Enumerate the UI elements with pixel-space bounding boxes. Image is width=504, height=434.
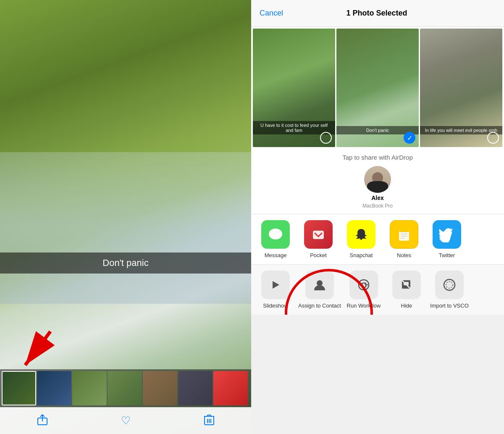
assign-contact-action-item[interactable]: Assign to Contact [298,271,341,309]
snapchat-app-icon [347,220,375,249]
notes-app-icon [390,220,418,249]
message-app-label: Message [265,252,287,258]
message-app-icon [261,220,290,249]
run-workflow-label: Run Workflow [347,302,381,309]
notes-app-label: Notes [397,252,411,258]
actions-section: Slideshow Assign to Contact Run Workflo [251,265,504,315]
dont-panic-banner: Don't panic [0,253,251,274]
apps-section: Message Pocket Snapchat [251,214,504,265]
thumbnail-2[interactable] [72,371,107,405]
hide-label: Hide [401,302,412,309]
message-app-item[interactable]: Message [255,220,296,258]
favorite-button[interactable]: ♡ [121,414,131,427]
twitter-app-icon [433,220,461,249]
import-vsco-action-item[interactable]: Import to VSCO [429,271,470,309]
snapchat-app-label: Snapchat [350,252,373,258]
twitter-app-item[interactable]: Twitter [427,220,467,258]
slideshow-icon [261,271,290,299]
slideshow-label: Slideshow [263,302,288,309]
import-vsco-icon [435,271,464,299]
slideshow-action-item[interactable]: Slideshow [255,271,296,309]
selection-circle-3[interactable] [487,132,499,144]
thumbnail-4[interactable] [143,371,177,405]
hide-icon [392,271,421,299]
picker-photo-2[interactable]: Don't panic ✓ [336,29,419,147]
picker-photo-3[interactable]: In life you will meet evil people smh [420,29,502,147]
svg-rect-20 [399,229,409,232]
thumbnail-3[interactable] [108,371,142,405]
cancel-button[interactable]: Cancel [260,9,283,18]
avatar-body [367,181,388,193]
svg-point-22 [317,280,323,286]
right-panel: Cancel 1 Photo Selected U have to it cos… [251,0,504,434]
svg-line-1 [25,331,50,365]
pocket-app-item[interactable]: Pocket [298,220,339,258]
assign-contact-label: Assign to Contact [298,302,341,309]
airdrop-person[interactable]: Alex MacBook Pro [260,166,496,209]
notes-app-item[interactable]: Notes [384,220,424,258]
picker-photo-1[interactable]: U have to it cost to feed your self and … [253,29,335,147]
airdrop-person-name: Alex [371,195,384,201]
dont-panic-text: Don't panic [102,258,148,268]
avatar [364,166,391,193]
svg-rect-14 [313,231,324,239]
airdrop-label: Tap to share with AirDrop [260,154,496,161]
svg-point-26 [444,279,455,290]
delete-button[interactable] [204,414,215,428]
thumbnail-6[interactable] [213,371,248,405]
svg-point-12 [269,229,282,239]
twitter-app-label: Twitter [439,252,455,258]
bottom-toolbar: ♡ [0,407,251,434]
svg-marker-21 [273,281,279,289]
photo-selected-title: 1 Photo Selected [346,9,407,18]
water-overlay [0,152,251,304]
svg-point-27 [446,281,453,288]
assign-contact-icon [305,271,334,299]
import-vsco-label: Import to VSCO [430,302,469,309]
top-bar-right: Cancel 1 Photo Selected [251,0,504,27]
photo-picker[interactable]: U have to it cost to feed your self and … [251,27,504,149]
run-workflow-icon [349,271,378,299]
run-workflow-action-item[interactable]: Run Workflow [344,271,384,309]
pocket-app-icon [304,220,333,249]
hide-action-item[interactable]: Hide [386,271,427,309]
selection-circle-1[interactable] [320,132,332,144]
selection-circle-2[interactable]: ✓ [404,132,415,144]
left-panel: ‹ Today 3:41 PM Edit Don't panic [0,0,251,434]
share-button[interactable] [37,414,48,428]
pocket-app-label: Pocket [310,252,327,258]
airdrop-section: Tap to share with AirDrop Alex MacBook P… [251,149,504,214]
airdrop-person-device: MacBook Pro [362,203,393,209]
snapchat-app-item[interactable]: Snapchat [341,220,381,258]
thumbnail-5[interactable] [178,371,213,405]
red-arrow-annotation [13,327,63,379]
